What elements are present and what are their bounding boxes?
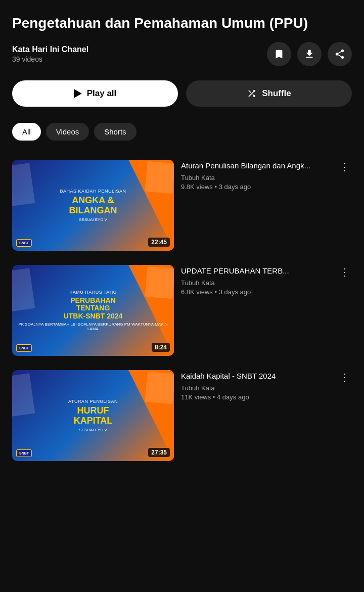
video-count: 39 videos [12, 55, 88, 63]
thumb-main-3: HURUFKAPITAL [74, 406, 113, 426]
thumb-main-1: ANGKA &BILANGAN [69, 196, 117, 216]
bookmark-icon [274, 49, 285, 60]
video-title-2: UPDATE PERUBAHAN TERB... [181, 266, 334, 276]
video-duration-3: 27:35 [148, 448, 170, 457]
video-info-2: UPDATE PERUBAHAN TERB... Tubuh Kata 6.8K… [181, 265, 334, 296]
video-duration-2: 8:24 [152, 343, 170, 352]
thumb-top-label-1: BAHAS KAIDAH PENULISAN [60, 189, 126, 194]
video-meta-1: 9.8K views • 3 days ago [181, 183, 334, 191]
thumbnail-2: KAMU HARUS TAHU PERUBAHANTENTANGUTBK-SNB… [12, 265, 174, 356]
video-meta-3: 11K views • 4 days ago [181, 393, 334, 401]
tab-videos[interactable]: Videos [46, 123, 89, 141]
filter-tabs: All Videos Shorts [12, 123, 352, 141]
play-icon [74, 89, 82, 98]
video-item-1[interactable]: BAHAS KAIDAH PENULISAN ANGKA &BILANGAN S… [12, 153, 352, 258]
thumbnail-3: ATURAN PENULISAN HURUFKAPITAL SESUAI EYD… [12, 370, 174, 461]
video-meta-2: 6.8K views • 3 days ago [181, 288, 334, 296]
thumb-sub-3: SESUAI EYD V [79, 428, 107, 432]
thumb-logo-2: SNBT [16, 344, 32, 352]
video-item-2[interactable]: KAMU HARUS TAHU PERUBAHANTENTANGUTBK-SNB… [12, 258, 352, 363]
playlist-title: Pengetahuan dan Pemahaman Umum (PPU) [12, 14, 352, 32]
video-duration-1: 22:45 [148, 238, 170, 247]
more-options-2[interactable]: ⋮ [338, 264, 352, 280]
play-all-button[interactable]: Play all [12, 80, 178, 107]
action-buttons: Play all Shuffle [12, 80, 352, 107]
shuffle-button[interactable]: Shuffle [186, 80, 352, 107]
thumb-top-label-2: KAMU HARUS TAHU [69, 290, 117, 295]
page-container: Pengetahuan dan Pemahaman Umum (PPU) Kat… [0, 0, 364, 480]
share-icon [334, 49, 345, 60]
shuffle-label: Shuffle [262, 88, 291, 99]
icon-buttons [267, 42, 352, 66]
thumb-bg-1: BAHAS KAIDAH PENULISAN ANGKA &BILANGAN S… [12, 160, 174, 251]
channel-info: Kata Hari Ini Chanel 39 videos [12, 45, 88, 63]
thumb-main-2: PERUBAHANTENTANGUTBK-SNBT 2024 [64, 297, 123, 320]
video-info-1: Aturan Penulisan Bilangan dan Angk... Tu… [181, 160, 334, 191]
video-title-3: Kaidah Kapital - SNBT 2024 [181, 371, 334, 381]
play-all-label: Play all [87, 88, 117, 99]
video-channel-2: Tubuh Kata [181, 279, 334, 287]
thumb-bg-2: KAMU HARUS TAHU PERUBAHANTENTANGUTBK-SNB… [12, 265, 174, 356]
thumb-logo-1: SNBT [16, 239, 32, 247]
channel-name[interactable]: Kata Hari Ini Chanel [12, 45, 88, 54]
thumb-logo-3: SNBT [16, 449, 32, 457]
thumb-content-3: ATURAN PENULISAN HURUFKAPITAL SESUAI EYD… [12, 370, 174, 461]
channel-row: Kata Hari Ini Chanel 39 videos [12, 42, 352, 66]
video-list: BAHAS KAIDAH PENULISAN ANGKA &BILANGAN S… [12, 153, 352, 468]
video-item-3[interactable]: ATURAN PENULISAN HURUFKAPITAL SESUAI EYD… [12, 363, 352, 468]
thumb-content-2: KAMU HARUS TAHU PERUBAHANTENTANGUTBK-SNB… [12, 265, 174, 356]
video-channel-1: Tubuh Kata [181, 174, 334, 181]
share-button[interactable] [328, 42, 352, 66]
video-title-1: Aturan Penulisan Bilangan dan Angk... [181, 161, 334, 171]
thumbnail-1: BAHAS KAIDAH PENULISAN ANGKA &BILANGAN S… [12, 160, 174, 251]
shuffle-icon [247, 88, 257, 99]
video-channel-3: Tubuh Kata [181, 384, 334, 392]
tab-all[interactable]: All [12, 123, 41, 141]
download-button[interactable] [297, 42, 322, 66]
thumb-content-1: BAHAS KAIDAH PENULISAN ANGKA &BILANGAN S… [12, 160, 174, 251]
video-info-3: Kaidah Kapital - SNBT 2024 Tubuh Kata 11… [181, 370, 334, 401]
download-icon [304, 49, 315, 60]
thumb-top-label-3: ATURAN PENULISAN [68, 399, 118, 404]
thumb-bg-3: ATURAN PENULISAN HURUFKAPITAL SESUAI EYD… [12, 370, 174, 461]
tab-shorts[interactable]: Shorts [94, 123, 136, 141]
thumb-sub-1: SESUAI EYD V [79, 217, 107, 222]
thumb-sub-2: PK SOALNYA BERTAMBAH LBI SOALNYA BERKURA… [17, 322, 169, 331]
more-options-1[interactable]: ⋮ [338, 159, 352, 175]
save-button[interactable] [267, 42, 291, 66]
more-options-3[interactable]: ⋮ [338, 369, 352, 385]
